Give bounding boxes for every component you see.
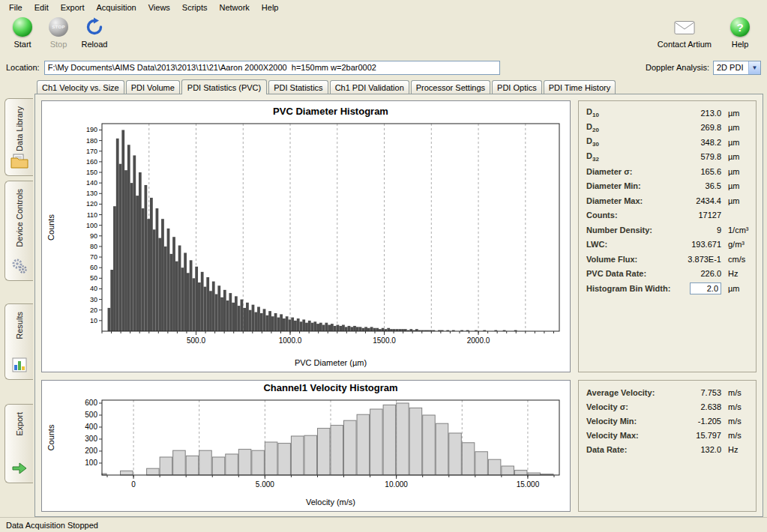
stat-label: Diameter Min: (586, 181, 706, 190)
pvc-stat-row: PVC Data Rate:226.0Hz (586, 267, 748, 282)
help-button[interactable]: ? Help (724, 17, 757, 49)
stat-label: Volume Flux: (586, 255, 688, 264)
svg-text:60: 60 (90, 264, 97, 271)
menu-item-export[interactable]: Export (55, 1, 91, 13)
menu-item-file[interactable]: File (3, 1, 28, 13)
stat-label: Histogram Bin Width: (586, 284, 690, 293)
stat-value: 132.0 (700, 445, 721, 454)
reload-icon (84, 17, 105, 37)
tab-pdi-statistics[interactable]: PDI Statistics (268, 80, 328, 94)
contact-artium-label: Contact Artium (658, 40, 712, 49)
velocity-stat-row: Average Velocity:7.753m/s (586, 385, 748, 399)
start-icon (13, 17, 32, 37)
menu-item-help[interactable]: Help (256, 1, 285, 13)
svg-text:1500.0: 1500.0 (373, 336, 396, 345)
svg-text:100: 100 (85, 459, 97, 467)
sidebar-item-label: Export (15, 412, 24, 436)
svg-text:5.000: 5.000 (256, 480, 274, 489)
doppler-analysis-value: 2D PDI (714, 63, 748, 72)
sidebar-item-label: Results (15, 312, 24, 339)
start-button[interactable]: Start (6, 17, 39, 49)
svg-text:80: 80 (90, 243, 97, 250)
app-window: FileEditExportAcquisitionViewsScriptsNet… (0, 0, 767, 532)
reload-button-label: Reload (82, 40, 108, 49)
doppler-analysis-label: Doppler Analysis: (646, 63, 709, 72)
velocity-stat-row: Velocity Min:-1.205m/s (586, 414, 748, 428)
svg-text:200: 200 (85, 447, 97, 455)
stat-label: Diameter σ: (586, 167, 700, 176)
contact-artium-button[interactable]: Contact Artium (658, 17, 712, 49)
pdi-statistics-pvc-page: 500.01000.01500.02000.010203040506070809… (34, 94, 763, 517)
stat-label: Number Density: (586, 226, 717, 235)
histogram-bin-width-input[interactable] (690, 282, 721, 294)
tab-pdi-time-history[interactable]: PDI Time History (544, 80, 616, 94)
svg-text:100: 100 (86, 222, 97, 229)
stat-value: 165.6 (700, 167, 721, 176)
menu-item-network[interactable]: Network (213, 1, 255, 13)
reload-button[interactable]: Reload (78, 17, 111, 49)
svg-text:30: 30 (90, 296, 97, 303)
svg-text:130: 130 (86, 190, 97, 197)
stat-value: 15.797 (696, 431, 721, 440)
tab-bar: Ch1 Velocity vs. SizePDI VolumePDI Stati… (34, 77, 763, 94)
svg-text:160: 160 (86, 158, 97, 166)
stat-label: PVC Data Rate: (586, 269, 700, 278)
sidebar-item-data-library[interactable]: Data Library (4, 98, 33, 176)
menu-item-scripts[interactable]: Scripts (176, 1, 214, 13)
stat-value: 226.0 (700, 269, 721, 278)
sidebar-item-device-controls[interactable]: Device Controls (4, 181, 33, 281)
menu-item-acquisition[interactable]: Acquisition (91, 1, 142, 13)
tab-ch1-velocity-vs-size[interactable]: Ch1 Velocity vs. Size (37, 80, 124, 94)
svg-text:150: 150 (86, 169, 97, 176)
stat-value: 348.2 (700, 138, 721, 147)
stop-button[interactable]: STOP Stop (42, 17, 75, 49)
location-input[interactable] (44, 61, 500, 75)
tab-pdi-optics[interactable]: PDI Optics (492, 80, 542, 94)
stat-unit: µm (721, 196, 748, 205)
tab-ch1-pdi-validation[interactable]: Ch1 PDI Validation (330, 80, 409, 94)
svg-text:110: 110 (87, 211, 97, 219)
stat-value: 579.8 (700, 152, 721, 161)
stat-unit: µm (721, 152, 748, 161)
svg-text:0: 0 (131, 480, 136, 489)
sidebar-item-results[interactable]: Results (4, 303, 33, 380)
stat-unit: Hz (721, 269, 748, 278)
stat-unit: Hz (721, 445, 748, 454)
pvc-stat-row: LWC:193.671g/m³ (586, 238, 748, 253)
stat-unit: m/s (721, 417, 748, 426)
pvc-stat-row: Number Density:91/cm³ (586, 223, 748, 238)
svg-text:Velocity (m/s): Velocity (m/s) (306, 498, 355, 507)
svg-text:600: 600 (85, 399, 97, 407)
stat-label: D10 (586, 107, 700, 118)
menu-item-edit[interactable]: Edit (28, 1, 55, 13)
content-column: Ch1 Velocity vs. SizePDI VolumePDI Stati… (34, 77, 763, 517)
tab-pdi-statistics-pvc[interactable]: PDI Statistics (PVC) (181, 79, 267, 94)
menu-item-views[interactable]: Views (142, 1, 176, 13)
toolbar-left-group: Start STOP Stop Reload (6, 17, 111, 49)
main-area: Data LibraryDevice ControlsResultsExport… (0, 77, 767, 517)
svg-text:10: 10 (90, 317, 97, 324)
svg-text:Channel1 Velocity Histogram: Channel1 Velocity Histogram (263, 382, 397, 393)
stat-unit: g/m³ (721, 240, 748, 249)
stat-label: Counts: (586, 211, 698, 220)
svg-text:50: 50 (90, 274, 97, 282)
stat-unit: µm (721, 109, 748, 118)
stat-unit: µm (721, 123, 748, 132)
toolbar: Start STOP Stop Reload (0, 14, 767, 58)
velocity-stats-panel: Average Velocity:7.753m/sVelocity σ:2.63… (578, 380, 757, 512)
tab-pdi-volume[interactable]: PDI Volume (126, 80, 180, 94)
stat-value: 3.873E-1 (688, 255, 721, 264)
help-button-label: Help (732, 40, 749, 49)
stat-unit: m/s (721, 402, 748, 411)
stat-value: 193.671 (691, 240, 721, 249)
pvc-diameter-histogram-chart: 500.01000.01500.02000.010203040506070809… (41, 100, 571, 372)
location-bar: Location: Doppler Analysis: 2D PDI ▼ (0, 58, 767, 77)
sidebar-item-label: Data Library (15, 106, 24, 151)
doppler-analysis-group: Doppler Analysis: 2D PDI ▼ (646, 61, 761, 75)
stat-label: Diameter Max: (586, 196, 696, 205)
sidebar-item-export[interactable]: Export (4, 404, 33, 483)
svg-text:180: 180 (86, 137, 97, 145)
tab-processor-settings[interactable]: Processor Settings (411, 80, 490, 94)
stat-value: 17127 (698, 211, 721, 220)
doppler-analysis-select[interactable]: 2D PDI ▼ (713, 61, 761, 75)
